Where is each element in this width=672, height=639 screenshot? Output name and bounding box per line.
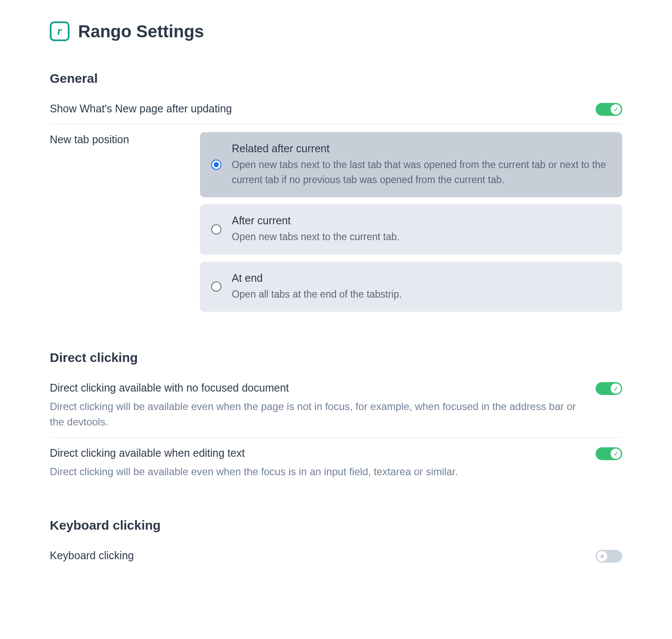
toggle-keyboard-clicking[interactable]: ✕ <box>596 550 622 563</box>
radio-desc: Open all tabs at the end of the tabstrip… <box>232 287 611 302</box>
setting-whats-new-text: Show What's New page after updating <box>50 101 596 116</box>
radio-title: Related after current <box>232 142 611 155</box>
x-icon: ✕ <box>600 553 605 560</box>
toggle-knob: ✓ <box>611 449 621 459</box>
setting-direct-editing: Direct clicking available when editing t… <box>50 446 622 479</box>
radio-circle <box>211 281 221 292</box>
check-icon: ✓ <box>614 451 618 457</box>
radio-title: At end <box>232 272 611 284</box>
setting-direct-editing-label: Direct clicking available when editing t… <box>50 446 587 461</box>
setting-whats-new: Show What's New page after updating ✓ <box>50 101 622 124</box>
section-title-general: General <box>50 71 622 86</box>
radio-option-related-after-current[interactable]: Related after current Open new tabs next… <box>200 132 622 197</box>
rango-logo-icon: r <box>50 21 70 41</box>
toggle-knob: ✕ <box>597 551 607 561</box>
check-icon: ✓ <box>614 386 618 392</box>
setting-keyboard-clicking-text: Keyboard clicking <box>50 548 596 563</box>
section-general: General Show What's New page after updat… <box>50 71 622 312</box>
section-title-direct-clicking: Direct clicking <box>50 350 622 365</box>
setting-keyboard-clicking-label: Keyboard clicking <box>50 548 587 563</box>
radio-desc: Open new tabs next to the last tab that … <box>232 157 611 187</box>
radio-desc: Open new tabs next to the current tab. <box>232 229 611 244</box>
setting-keyboard-clicking: Keyboard clicking ✕ <box>50 548 622 563</box>
section-direct-clicking: Direct clicking Direct clicking availabl… <box>50 350 622 479</box>
toggle-knob: ✓ <box>611 104 621 115</box>
setting-whats-new-label: Show What's New page after updating <box>50 101 587 116</box>
radio-circle <box>211 224 221 235</box>
radio-dot-icon <box>214 162 219 167</box>
radio-circle <box>211 160 221 170</box>
radio-option-at-end[interactable]: At end Open all tabs at the end of the t… <box>200 262 622 312</box>
new-tab-position-label-col: New tab position <box>50 132 183 147</box>
section-keyboard-clicking: Keyboard clicking Keyboard clicking ✕ <box>50 518 622 563</box>
setting-direct-editing-desc: Direct clicking will be available even w… <box>50 464 587 479</box>
page-title: Rango Settings <box>78 22 204 41</box>
setting-direct-editing-text: Direct clicking available when editing t… <box>50 446 596 479</box>
setting-direct-no-focus-label: Direct clicking available with no focuse… <box>50 380 587 395</box>
radio-option-after-current[interactable]: After current Open new tabs next to the … <box>200 204 622 255</box>
new-tab-position-options: Related after current Open new tabs next… <box>200 132 622 312</box>
new-tab-position-label: New tab position <box>50 132 183 147</box>
toggle-direct-no-focus[interactable]: ✓ <box>596 382 622 395</box>
radio-title: After current <box>232 214 611 227</box>
check-icon: ✓ <box>614 106 618 113</box>
setting-direct-no-focus: Direct clicking available with no focuse… <box>50 380 622 438</box>
setting-new-tab-position: New tab position Related after current O… <box>50 132 622 312</box>
radio-content: At end Open all tabs at the end of the t… <box>232 272 611 302</box>
radio-content: Related after current Open new tabs next… <box>232 142 611 187</box>
setting-direct-no-focus-text: Direct clicking available with no focuse… <box>50 380 596 430</box>
page-header: r Rango Settings <box>50 21 622 41</box>
setting-direct-no-focus-desc: Direct clicking will be available even w… <box>50 399 587 430</box>
toggle-knob: ✓ <box>611 383 621 394</box>
rango-logo-letter: r <box>58 25 62 37</box>
radio-content: After current Open new tabs next to the … <box>232 214 611 244</box>
toggle-direct-editing[interactable]: ✓ <box>596 447 622 460</box>
toggle-whats-new[interactable]: ✓ <box>596 103 622 116</box>
section-title-keyboard-clicking: Keyboard clicking <box>50 518 622 533</box>
